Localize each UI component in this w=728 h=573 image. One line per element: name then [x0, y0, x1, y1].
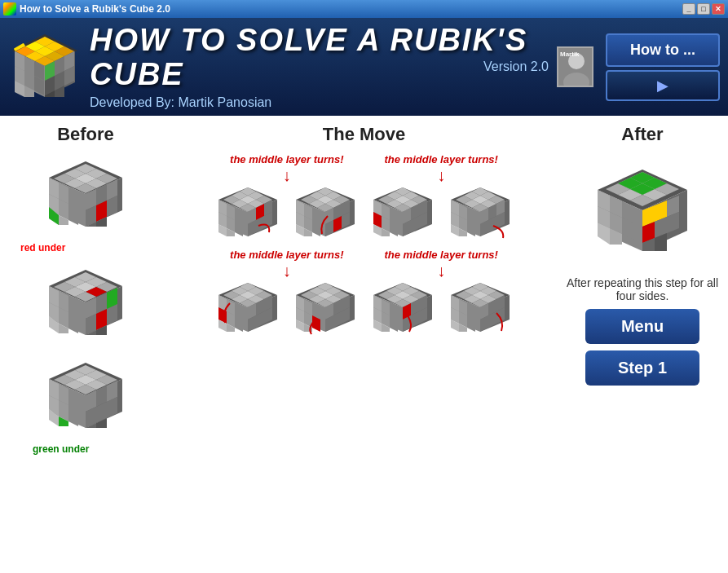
header-right-buttons: How to ... ▶ — [606, 33, 720, 101]
the-move-header: The Move — [163, 124, 565, 145]
nav-button[interactable]: ▶ — [606, 70, 720, 101]
before-cube-2 — [37, 266, 135, 347]
header-cube-logo — [8, 30, 82, 104]
main-title: HOW TO SOLVE A RUBIK'S CUBE — [90, 24, 598, 92]
before-cube-1 — [37, 157, 135, 239]
main-content: Before The Move After — [0, 116, 728, 573]
move-label-2a: the middle layer turns! — [230, 249, 343, 261]
arrow-down-1b: ↓ — [437, 167, 445, 183]
move-cube-7 — [368, 280, 438, 337]
maximize-button[interactable]: □ — [697, 3, 710, 15]
move-column: the middle layer turns! ↓ the middle lay… — [166, 149, 562, 565]
before-cube-3 — [37, 359, 135, 440]
header: HOW TO SOLVE A RUBIK'S CUBE Developed By… — [0, 18, 728, 116]
nav-arrow-icon: ▶ — [657, 77, 668, 95]
howto-button[interactable]: How to ... — [606, 33, 720, 67]
before-header: Before — [8, 124, 163, 145]
move-cube-2 — [291, 185, 360, 242]
after-repeat-text: After repeating this step for all four s… — [565, 276, 720, 302]
title-bar: How to Solve a Rubik's Cube 2.0 _ □ ✕ — [0, 0, 728, 18]
move-cube-6 — [291, 280, 360, 337]
before-cube-2-wrapper — [37, 266, 135, 350]
after-header: After — [565, 124, 720, 145]
move-cube-5 — [214, 280, 283, 337]
content-grid: red under — [8, 149, 720, 565]
menu-button[interactable]: Menu — [585, 309, 699, 344]
green-under-label: green under — [33, 443, 89, 455]
before-cube-3-wrapper — [37, 359, 135, 443]
before-cube-1-wrapper — [37, 157, 135, 242]
title-bar-text: How to Solve a Rubik's Cube 2.0 — [20, 3, 679, 15]
red-under-label: red under — [20, 242, 65, 253]
after-column: After repeating this step for all four s… — [565, 149, 720, 565]
move-cube-4 — [446, 185, 515, 242]
step1-button[interactable]: Step 1 — [585, 350, 699, 386]
before-column: red under — [8, 149, 163, 565]
version-text: Version 2.0 — [483, 60, 549, 74]
arrow-down-1a: ↓ — [283, 167, 291, 183]
move-cube-8 — [446, 280, 515, 337]
arrow-down-2a: ↓ — [283, 262, 291, 279]
move-cube-1 — [214, 185, 283, 242]
header-subtitle: Developed By: Martik Panosian — [90, 95, 598, 110]
move-label-1b: the middle layer turns! — [385, 153, 498, 165]
after-cube — [585, 165, 699, 263]
arrow-down-2b: ↓ — [437, 262, 445, 279]
svg-text:Martik: Martik — [560, 51, 580, 58]
title-bar-buttons: _ □ ✕ — [682, 3, 725, 15]
move-label-1a: the middle layer turns! — [230, 153, 343, 165]
title-bar-icon — [3, 2, 16, 15]
move-label-2b: the middle layer turns! — [385, 249, 498, 261]
column-headers: Before The Move After — [8, 124, 720, 145]
developer-photo: Martik — [557, 46, 593, 87]
close-button[interactable]: ✕ — [712, 3, 725, 15]
minimize-button[interactable]: _ — [682, 3, 695, 15]
move-cube-3 — [368, 185, 438, 242]
